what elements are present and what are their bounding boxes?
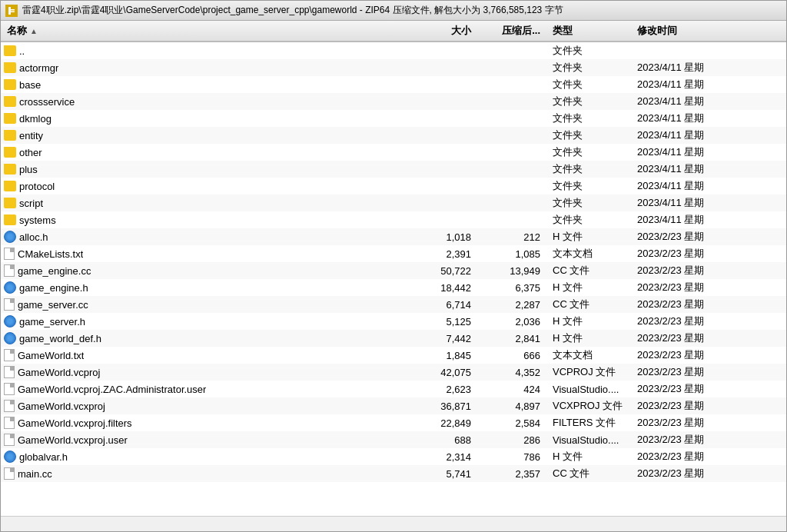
cell-modified: 2023/2/23 星期	[631, 247, 786, 261]
cell-compressed: 786	[477, 451, 546, 463]
table-row[interactable]: crossservice文件夹2023/4/11 星期	[1, 93, 786, 110]
file-name: dkmlog	[19, 113, 51, 125]
sort-arrow-icon: ▲	[30, 27, 38, 35]
cell-modified: 2023/2/23 星期	[631, 365, 786, 379]
col-header-type[interactable]: 类型	[546, 24, 631, 38]
table-row[interactable]: main.cc5,7412,357CC 文件2023/2/23 星期	[1, 465, 786, 482]
table-row[interactable]: game_engine.cc50,72213,949CC 文件2023/2/23…	[1, 262, 786, 279]
cell-type: 文件夹	[546, 128, 631, 142]
file-icon	[4, 467, 15, 480]
table-row[interactable]: globalvar.h2,314786H 文件2023/2/23 星期	[1, 448, 786, 465]
cell-name: game_world_def.h	[1, 332, 408, 344]
file-icon	[4, 264, 15, 277]
file-icon	[4, 400, 15, 412]
file-icon	[4, 383, 15, 395]
table-row[interactable]: actormgr文件夹2023/4/11 星期	[1, 59, 786, 76]
cell-type: H 文件	[546, 281, 631, 294]
table-row[interactable]: other文件夹2023/4/11 星期	[1, 144, 786, 161]
col-header-compressed[interactable]: 压缩后...	[477, 24, 546, 38]
table-row[interactable]: systems文件夹2023/4/11 星期	[1, 211, 786, 228]
cell-modified: 2023/2/23 星期	[631, 382, 786, 396]
file-name: entity	[19, 130, 43, 141]
globe-icon	[4, 281, 16, 294]
cell-type: 文本文档	[546, 247, 631, 261]
file-name: game_server.h	[19, 316, 85, 328]
table-row[interactable]: GameWorld.vcproj42,0754,352VCPROJ 文件2023…	[1, 364, 786, 381]
cell-type: 文件夹	[546, 78, 631, 91]
file-name: script	[19, 198, 43, 209]
table-row[interactable]: game_server.cc6,7142,287CC 文件2023/2/23 星…	[1, 296, 786, 313]
cell-type: H 文件	[546, 450, 631, 464]
file-name: base	[19, 79, 41, 91]
cell-modified: 2023/4/11 星期	[631, 78, 786, 91]
window-title: 雷霆4职业.zip\雷霆4职业\GameServerCode\project_g…	[22, 4, 563, 17]
cell-name: actormgr	[1, 62, 408, 74]
cell-compressed: 424	[477, 384, 546, 395]
cell-type: 文本文档	[546, 348, 631, 362]
cell-type: VisualStudio....	[546, 384, 631, 395]
folder-icon	[4, 96, 16, 107]
file-name: GameWorld.vcxproj	[18, 401, 105, 412]
table-row[interactable]: protocol文件夹2023/4/11 星期	[1, 178, 786, 195]
col-header-name[interactable]: 名称 ▲	[1, 24, 408, 38]
table-row[interactable]: ..文件夹	[1, 42, 786, 59]
cell-modified: 2023/2/23 星期	[631, 348, 786, 362]
file-name: protocol	[19, 181, 55, 192]
cell-type: 文件夹	[546, 162, 631, 176]
table-row[interactable]: CMakeLists.txt2,3911,085文本文档2023/2/23 星期	[1, 245, 786, 262]
table-row[interactable]: game_engine.h18,4426,375H 文件2023/2/23 星期	[1, 279, 786, 296]
cell-size: 18,442	[408, 282, 477, 294]
cell-compressed: 2,287	[477, 299, 546, 311]
file-name: systems	[19, 214, 56, 226]
cell-name: GameWorld.vcproj	[1, 366, 408, 378]
cell-name: protocol	[1, 181, 408, 192]
cell-modified: 2023/4/11 星期	[631, 111, 786, 125]
file-name: crossservice	[19, 96, 75, 108]
cell-modified: 2023/4/11 星期	[631, 213, 786, 227]
cell-type: VCPROJ 文件	[546, 365, 631, 379]
cell-name: GameWorld.vcxproj.filters	[1, 417, 408, 429]
cell-compressed: 666	[477, 350, 546, 361]
table-row[interactable]: entity文件夹2023/4/11 星期	[1, 127, 786, 144]
cell-modified: 2023/2/23 星期	[631, 416, 786, 430]
cell-compressed: 13,949	[477, 265, 546, 277]
cell-modified: 2023/2/23 星期	[631, 433, 786, 447]
table-row[interactable]: game_server.h5,1252,036H 文件2023/2/23 星期	[1, 313, 786, 330]
main-window: 雷霆4职业.zip\雷霆4职业\GameServerCode\project_g…	[0, 0, 787, 532]
table-row[interactable]: base文件夹2023/4/11 星期	[1, 76, 786, 93]
table-row[interactable]: alloc.h1,018212H 文件2023/2/23 星期	[1, 228, 786, 245]
cell-name: game_server.h	[1, 315, 408, 328]
cell-size: 36,871	[408, 401, 477, 412]
table-row[interactable]: GameWorld.vcxproj36,8714,897VCXPROJ 文件20…	[1, 397, 786, 414]
col-header-size[interactable]: 大小	[408, 24, 477, 38]
cell-size: 2,623	[408, 384, 477, 395]
cell-name: dkmlog	[1, 113, 408, 125]
cell-name: systems	[1, 214, 408, 226]
file-list[interactable]: ..文件夹actormgr文件夹2023/4/11 星期base文件夹2023/…	[1, 42, 786, 516]
cell-size: 1,018	[408, 231, 477, 243]
cell-modified: 2023/4/11 星期	[631, 196, 786, 210]
table-row[interactable]: GameWorld.vcproj.ZAC.Administrator.user2…	[1, 381, 786, 397]
cell-name: crossservice	[1, 96, 408, 108]
file-name: globalvar.h	[19, 451, 68, 463]
table-row[interactable]: GameWorld.vcxproj.filters22,8492,584FILT…	[1, 414, 786, 431]
table-row[interactable]: dkmlog文件夹2023/4/11 星期	[1, 110, 786, 127]
table-row[interactable]: script文件夹2023/4/11 星期	[1, 195, 786, 211]
table-row[interactable]: GameWorld.vcxproj.user688286VisualStudio…	[1, 431, 786, 448]
cell-size: 2,314	[408, 451, 477, 463]
folder-icon	[4, 113, 16, 124]
app-icon	[5, 5, 18, 17]
cell-type: 文件夹	[546, 44, 631, 58]
table-row[interactable]: GameWorld.txt1,845666文本文档2023/2/23 星期	[1, 347, 786, 364]
cell-type: 文件夹	[546, 213, 631, 227]
table-row[interactable]: plus文件夹2023/4/11 星期	[1, 161, 786, 178]
cell-type: 文件夹	[546, 145, 631, 159]
cell-type: 文件夹	[546, 196, 631, 210]
folder-icon	[4, 147, 16, 158]
col-header-modified[interactable]: 修改时间	[631, 24, 786, 38]
table-row[interactable]: game_world_def.h7,4422,841H 文件2023/2/23 …	[1, 330, 786, 347]
cell-size: 688	[408, 434, 477, 446]
file-name: ..	[19, 45, 25, 57]
cell-compressed: 2,841	[477, 333, 546, 344]
cell-name: plus	[1, 164, 408, 175]
